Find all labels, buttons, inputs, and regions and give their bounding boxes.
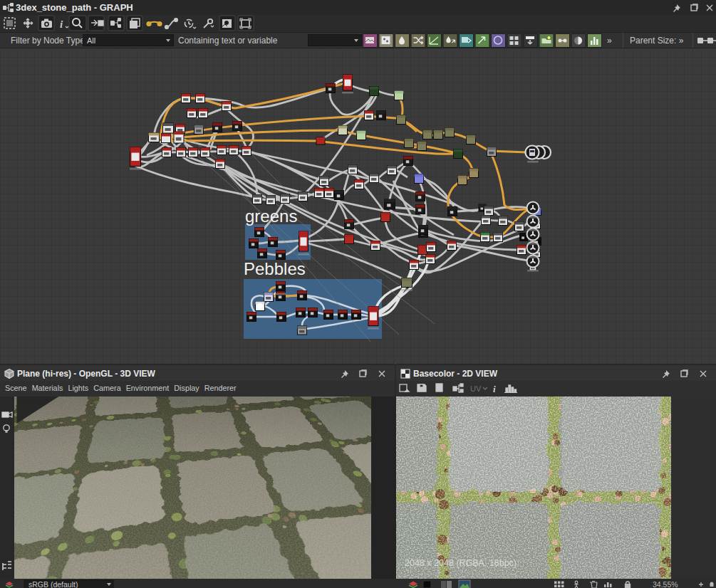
svg-text:sRGB (default): sRGB (default) — [28, 580, 78, 588]
svg-text:i: i — [493, 384, 496, 394]
svg-text:34.55%: 34.55% — [653, 580, 678, 588]
svg-text:i: i — [60, 19, 63, 30]
svg-text:UV: UV — [470, 384, 482, 393]
svg-text:2048 x 2048 (RGBA, 16bpc): 2048 x 2048 (RGBA, 16bpc) — [405, 558, 517, 568]
